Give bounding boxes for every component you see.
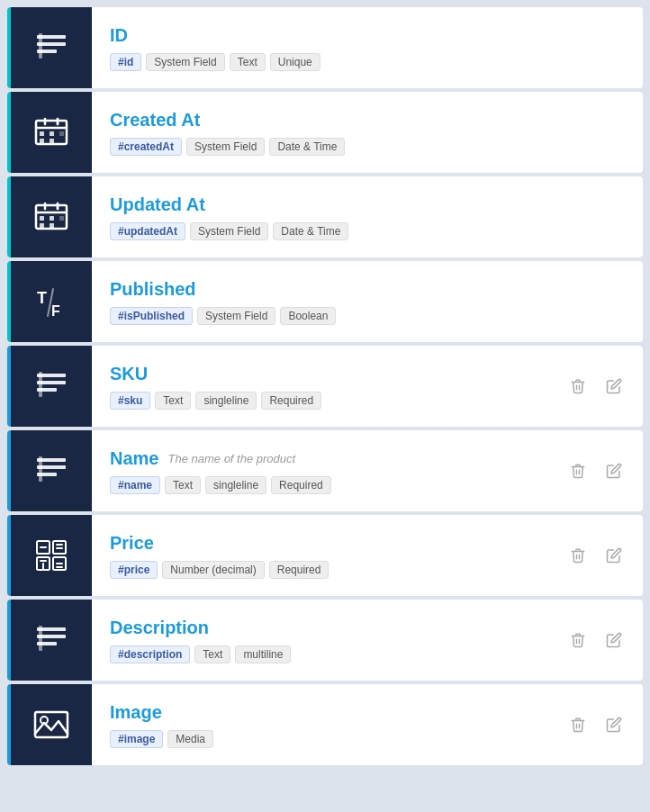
tag-tag-pub-hash: #isPublished <box>110 307 193 325</box>
field-icon-calendar <box>11 176 92 257</box>
svg-rect-50 <box>35 712 68 737</box>
svg-rect-12 <box>50 139 54 143</box>
svg-rect-10 <box>59 131 64 136</box>
tag-tag-pub-system: System Field <box>197 307 275 325</box>
field-row-field-published: T F Published#isPublishedSystem FieldBoo… <box>7 261 643 342</box>
edit-button[interactable] <box>600 710 628 739</box>
tag-tag-img-type: Media <box>167 730 213 748</box>
field-name: Image <box>110 702 162 723</box>
field-tags: #isPublishedSystem FieldBoolean <box>110 307 625 325</box>
field-row-field-updatedat: Updated At#updatedAtSystem FieldDate & T… <box>7 176 643 257</box>
field-actions <box>564 372 643 401</box>
svg-rect-18 <box>40 216 44 221</box>
field-info: Published#isPublishedSystem FieldBoolean <box>92 265 643 339</box>
tag-tag-name-req: Required <box>271 476 331 494</box>
tag-tag-name-type: Text <box>165 476 201 494</box>
field-info: Updated At#updatedAtSystem FieldDate & T… <box>92 180 643 255</box>
tag-tag-img-hash: #image <box>110 730 163 748</box>
tag-tag-sku-hash: #sku <box>110 392 150 410</box>
field-info: Created At#createdAtSystem FieldDate & T… <box>92 95 643 170</box>
field-name: SKU <box>110 364 148 384</box>
tag-tag-price-type: Number (decimal) <box>162 561 264 579</box>
field-row-field-image: Image#imageMedia <box>7 684 643 765</box>
svg-rect-19 <box>50 216 54 221</box>
tag-tag-sku-line: singleline <box>195 392 257 410</box>
field-info: NameThe name of the product#nameTextsing… <box>92 434 564 509</box>
delete-button[interactable] <box>564 372 592 401</box>
field-icon-calculator <box>11 515 92 596</box>
delete-button[interactable] <box>564 710 592 739</box>
field-name: Updated At <box>110 194 205 215</box>
field-row-field-sku: SKU#skuTextsinglelineRequired <box>7 346 643 427</box>
tag-tag-id-system: System Field <box>146 53 224 71</box>
svg-rect-22 <box>50 223 54 228</box>
svg-rect-30 <box>39 372 42 397</box>
svg-rect-49 <box>39 626 42 651</box>
field-title: Price <box>110 533 546 554</box>
edit-button[interactable] <box>600 541 628 570</box>
field-tags: #nameTextsinglelineRequired <box>110 476 546 494</box>
svg-rect-3 <box>39 33 42 59</box>
tag-tag-sku-type: Text <box>155 392 191 410</box>
tag-tag-desc-hash: #description <box>110 645 190 663</box>
field-tags: #createdAtSystem FieldDate & Time <box>110 138 625 156</box>
field-name: Published <box>110 279 196 300</box>
delete-button[interactable] <box>564 626 592 654</box>
svg-rect-8 <box>40 131 44 136</box>
svg-rect-21 <box>40 223 44 228</box>
tag-tag-ua-system: System Field <box>190 222 268 240</box>
tag-tag-pub-type: Boolean <box>280 307 336 325</box>
field-tags: #idSystem FieldTextUnique <box>110 53 625 71</box>
field-name: Name <box>110 448 158 469</box>
tag-tag-name-line: singleline <box>205 476 266 494</box>
delete-button[interactable] <box>564 541 592 570</box>
field-title: Image <box>110 702 546 723</box>
field-row-field-createdat: Created At#createdAtSystem FieldDate & T… <box>7 92 643 173</box>
svg-text:F: F <box>51 303 60 319</box>
field-icon-text <box>11 600 92 681</box>
delete-button[interactable] <box>564 456 592 485</box>
field-icon-tf: T F <box>11 261 92 342</box>
svg-rect-20 <box>59 216 64 221</box>
field-tags: #priceNumber (decimal)Required <box>110 561 546 579</box>
tag-tag-ca-hash: #createdAt <box>110 138 182 156</box>
field-actions <box>564 626 643 654</box>
field-title: Published <box>110 279 625 300</box>
field-icon-calendar <box>11 92 92 173</box>
field-tags: #descriptionTextmultiline <box>110 645 546 663</box>
svg-rect-9 <box>50 131 54 136</box>
field-row-field-name: NameThe name of the product#nameTextsing… <box>7 430 643 511</box>
tag-tag-id-hash: #id <box>110 53 141 71</box>
svg-text:T: T <box>37 289 47 307</box>
edit-button[interactable] <box>600 456 628 485</box>
field-name: Description <box>110 618 209 638</box>
field-icon-text <box>11 7 92 88</box>
field-title: SKU <box>110 364 546 384</box>
field-title: ID <box>110 25 625 46</box>
field-tags: #updatedAtSystem FieldDate & Time <box>110 222 625 240</box>
field-name: ID <box>110 25 128 46</box>
tag-tag-id-type: Text <box>230 53 266 71</box>
field-info: Image#imageMedia <box>92 688 564 762</box>
field-tags: #skuTextsinglelineRequired <box>110 392 546 410</box>
tag-tag-name-hash: #name <box>110 476 160 494</box>
edit-button[interactable] <box>600 372 628 401</box>
field-title: Updated At <box>110 194 625 215</box>
svg-rect-11 <box>40 139 44 143</box>
field-name: Price <box>110 533 154 554</box>
field-tags: #imageMedia <box>110 730 546 748</box>
tag-tag-desc-line: multiline <box>235 645 291 663</box>
field-actions <box>564 541 643 570</box>
field-icon-text <box>11 430 92 511</box>
field-row-field-id: ID#idSystem FieldTextUnique <box>7 7 643 88</box>
field-actions <box>564 710 643 739</box>
tag-tag-ca-system: System Field <box>186 138 265 156</box>
tag-tag-ca-type: Date & Time <box>269 138 345 156</box>
field-title: NameThe name of the product <box>110 448 546 469</box>
field-list: ID#idSystem FieldTextUnique Created At#c… <box>7 7 643 765</box>
tag-tag-ua-type: Date & Time <box>273 222 348 240</box>
edit-button[interactable] <box>600 626 628 654</box>
tag-tag-id-unique: Unique <box>270 53 320 71</box>
svg-rect-34 <box>39 456 42 482</box>
field-title: Created At <box>110 110 625 131</box>
